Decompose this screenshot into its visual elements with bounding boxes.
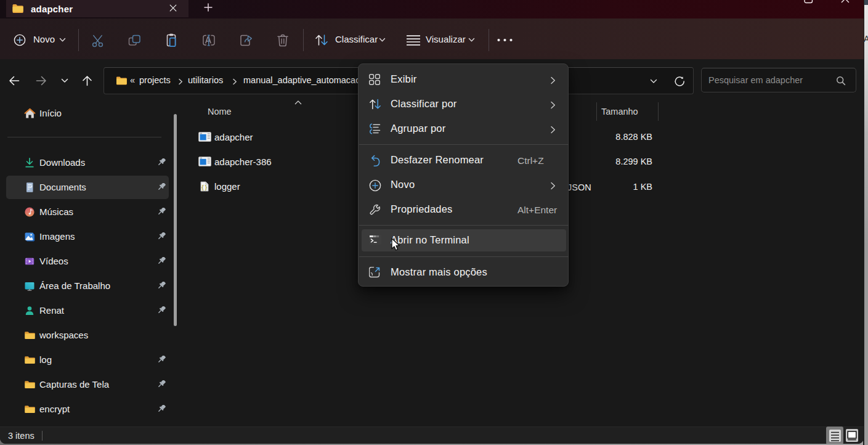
svg-text:{ }: { } <box>201 184 208 190</box>
